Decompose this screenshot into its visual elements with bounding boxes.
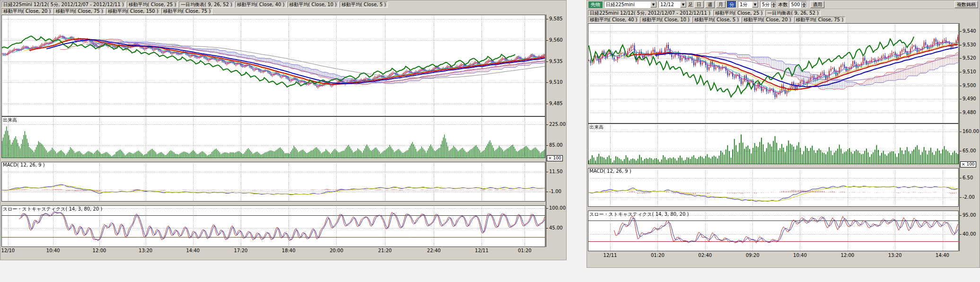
y-axis-tick-label: 6.50 xyxy=(962,175,973,180)
indicator-label: 移動平均( Close, 20 ) xyxy=(742,17,793,23)
trading-app-screen: 日経225mini 12/12( 5分, 2012/12/07 - 2012/1… xyxy=(0,0,980,282)
x-axis-tick-label: 14:40 xyxy=(936,253,949,258)
period-day-button[interactable]: 日 xyxy=(694,1,704,8)
minute-interval-select[interactable]: 1分 ▼ xyxy=(738,1,759,8)
axis-tick xyxy=(546,62,548,62)
y-axis: 9,5409,5309,5209,5109,5009,4909,480160.0… xyxy=(959,23,980,251)
y-axis-tick-label: -1.00 xyxy=(549,189,561,194)
bar-count-value: 500 xyxy=(791,2,800,7)
y-axis-tick-label: -2.00 xyxy=(962,194,975,200)
indicator-label: 移動平均( Close, 25 ) xyxy=(713,10,764,16)
x-axis-tick-label: 14:40 xyxy=(186,248,200,253)
symbol-select[interactable]: 日経225mini ▼ xyxy=(604,1,657,8)
bar-type-label: 足 xyxy=(688,1,693,8)
bar-count-spinner[interactable]: 500 ▲▼ xyxy=(789,1,807,8)
x-axis-tick-label: 10:40 xyxy=(46,248,60,253)
y-axis-tick-label: 9,490 xyxy=(962,96,976,101)
x-axis-tick-label: 18:40 xyxy=(282,248,296,253)
axis-tick xyxy=(960,99,962,99)
x-axis-tick-label: 12:00 xyxy=(840,253,854,258)
price-chart[interactable] xyxy=(588,23,959,123)
chart-toolbar: 先物 日経225mini ▼ 12/12 ▼ 足 日 週 月 分 1分 ▼ 5分… xyxy=(587,0,980,9)
interval-spinner[interactable]: 5分 ▲▼ xyxy=(760,1,777,8)
indicator-label: 日経225mini 12/12( 5分, 2012/12/07 - 2012/1… xyxy=(588,10,712,16)
vol-chart[interactable] xyxy=(588,123,959,164)
spinner-down-icon[interactable]: ▼ xyxy=(801,5,806,8)
axis-tick xyxy=(960,58,962,59)
x-axis-tick-label: 09:20 xyxy=(746,253,760,258)
indicator-header-row: 移動平均( Close, 20 )移動平均( Close, 75 )移動平均( … xyxy=(1,8,212,14)
period-month-button[interactable]: 月 xyxy=(716,1,726,8)
x-axis-tick-label: 01:20 xyxy=(518,248,532,253)
y-axis-tick-label: 225.00 xyxy=(549,122,566,127)
indicator-header-row: 移動平均( Close, 40 )移動平均( Close, 10 )移動平均( … xyxy=(588,17,845,23)
chevron-down-icon[interactable]: ▼ xyxy=(752,1,758,8)
macd-section-label: MACD( 12, 26, 9 ) xyxy=(589,168,631,174)
y-axis-tick-label: 11.50 xyxy=(549,169,563,174)
x-axis-tick-label: 12/11 xyxy=(475,248,489,253)
y-axis-tick-label: 9,510 xyxy=(549,79,563,85)
axis-tick xyxy=(960,72,962,72)
vol-chart[interactable] xyxy=(1,116,545,158)
period-minute-button[interactable]: 分 xyxy=(727,1,736,8)
spinner-down-icon[interactable]: ▼ xyxy=(771,5,776,8)
y-axis-tick-label: 9,540 xyxy=(962,28,976,34)
indicator-label: 移動平均( Close, 5 ) xyxy=(340,1,388,8)
x-axis-tick-label: 10:40 xyxy=(793,253,807,258)
x-axis-tick-label: 12/11 xyxy=(604,253,617,258)
x-axis-tick-label: 01:20 xyxy=(651,253,665,258)
chevron-down-icon[interactable]: ▼ xyxy=(650,1,656,8)
axis-tick xyxy=(960,178,962,178)
date-select-value: 12/12 xyxy=(660,2,674,7)
stochastics-section-label: スロー・ストキャスティクス( 14, 3, 80, 20 ) xyxy=(3,206,102,212)
y-axis-tick-label: 65.00 xyxy=(962,148,976,153)
axis-tick xyxy=(546,19,548,19)
x-axis-tick-label: 22:40 xyxy=(427,248,441,253)
y-axis-tick-label: 9,520 xyxy=(962,55,976,61)
axis-tick xyxy=(546,192,548,192)
y-axis-tick-label: 40.00 xyxy=(962,231,976,237)
indicator-label: 移動平均( Close, 25 ) xyxy=(127,1,178,8)
multi-symbol-button[interactable]: 複数銘柄 xyxy=(954,1,978,8)
x-axis-tick-label: 13:20 xyxy=(888,253,902,258)
indicator-header-row: 日経225mini 12/12( 5分, 2012/12/07 - 2012/1… xyxy=(1,1,388,8)
axis-tick xyxy=(960,151,962,151)
axis-tick xyxy=(960,215,962,216)
apply-button[interactable]: 適用 xyxy=(810,1,824,8)
axis-tick xyxy=(960,31,962,32)
chart-panel-left: 日経225mini 12/12( 5分, 2012/12/07 - 2012/1… xyxy=(0,0,567,260)
y-axis-tick-label: 9,560 xyxy=(549,37,563,43)
indicator-label: 移動平均( Close, 20 ) xyxy=(1,8,52,14)
y-axis-tick-label: 100.00 xyxy=(549,205,566,211)
period-week-button[interactable]: 週 xyxy=(705,1,715,8)
axis-tick xyxy=(546,228,548,229)
minute-interval-value: 1分 xyxy=(740,1,747,8)
y-axis-tick-label: 9,510 xyxy=(962,69,976,74)
indicator-header-row: 日経225mini 12/12( 5分, 2012/12/07 - 2012/1… xyxy=(588,10,821,16)
volume-section-label: 出来高 xyxy=(589,124,604,131)
stochastics-section-label: スロー・ストキャスティクス( 14, 3, 80, 20 ) xyxy=(589,211,689,218)
bar-count-label: 本数 xyxy=(778,1,788,8)
market-category-label[interactable]: 先物 xyxy=(588,1,603,8)
y-axis-tick-label: 9,535 xyxy=(549,59,563,64)
axis-tick xyxy=(960,234,962,235)
price-chart[interactable] xyxy=(1,15,545,116)
interval-spinner-value: 5分 xyxy=(762,1,770,8)
y-axis-tick-label: 9,485 xyxy=(549,101,563,106)
x-axis-tick-label: 13:20 xyxy=(139,248,152,253)
unit-multiplier-badge: × 100 xyxy=(547,155,563,161)
indicator-label: 移動平均( Close, 40 ) xyxy=(588,17,639,23)
axis-tick xyxy=(546,145,548,146)
volume-section-label: 出来高 xyxy=(3,117,17,123)
indicator-label: 移動平均( Close, 75 ) xyxy=(161,8,212,14)
indicator-label: 一目均衡表( 9, 26, 52 ) xyxy=(765,10,821,16)
macd-chart[interactable] xyxy=(1,162,545,202)
symbol-select-value: 日経225mini xyxy=(606,1,635,8)
macd-section-label: MACD( 12, 26, 9 ) xyxy=(3,162,45,167)
date-select[interactable]: 12/12 ▼ xyxy=(658,1,687,8)
x-axis-tick-label: 21:20 xyxy=(378,248,392,253)
macd-chart[interactable] xyxy=(588,168,959,207)
x-axis-tick-label: 17:20 xyxy=(234,248,248,253)
chevron-down-icon[interactable]: ▼ xyxy=(680,1,686,8)
unit-multiplier-badge: × 100 xyxy=(960,161,976,167)
